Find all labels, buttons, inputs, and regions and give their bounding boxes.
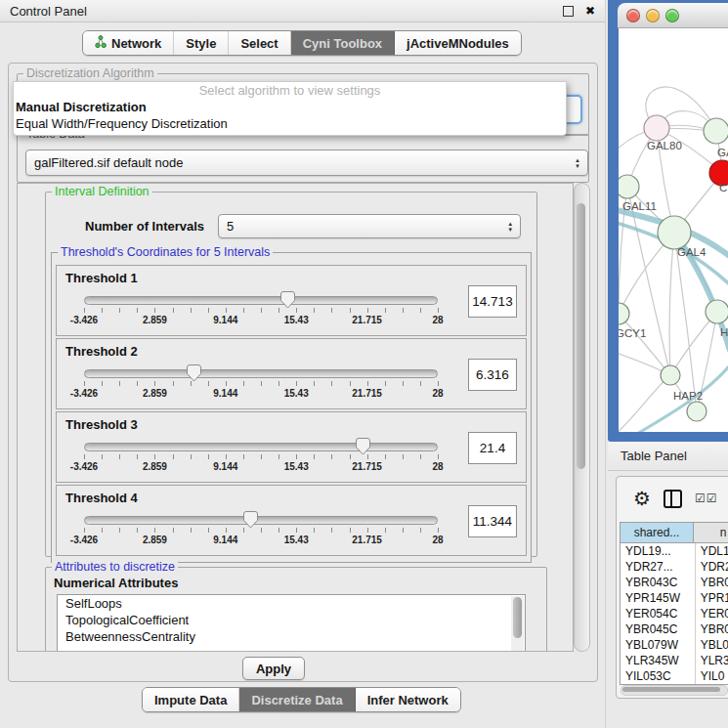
tab-impute-data[interactable]: Impute Data [143, 688, 239, 711]
tab-jactivemnodules[interactable]: jActiveMNodules [395, 31, 521, 55]
close-traffic-light[interactable] [626, 9, 640, 22]
table-row[interactable]: YER054CYER0 [621, 606, 728, 621]
network-node-green[interactable] [619, 303, 629, 324]
table-row[interactable]: YIL053CYIL0 [621, 668, 728, 684]
table-header-row: shared...n [621, 523, 728, 543]
table-cell[interactable]: YBR043C [621, 575, 696, 590]
tab-cyni-toolbox[interactable]: Cyni Toolbox [291, 31, 395, 55]
network-icon [95, 35, 107, 51]
attributes-scrollbar[interactable] [511, 596, 524, 652]
slider-thumb[interactable] [356, 438, 370, 459]
network-node-green[interactable] [661, 365, 680, 385]
attributes-to-discretize-group: Attributes to discretize Numerical Attri… [45, 567, 547, 652]
table-cell[interactable]: YLR345W [621, 653, 696, 668]
network-node-pink[interactable] [644, 115, 669, 141]
zoom-traffic-light[interactable] [665, 9, 679, 22]
table-cell[interactable]: YIL053C [621, 668, 696, 684]
tick-label: 28 [432, 315, 443, 325]
apply-button[interactable]: Apply [242, 657, 305, 680]
table-cell[interactable]: YBR045C [621, 621, 696, 637]
attribute-item-topologicalcoefficient[interactable]: TopologicalCoefficient [58, 612, 525, 628]
threshold-slider[interactable]: -3.4262.8599.14415.4321.71528 [84, 364, 438, 404]
table-cell[interactable]: YDR2 [696, 559, 728, 575]
network-node-green[interactable] [687, 402, 707, 421]
close-icon[interactable]: ✖ [585, 5, 595, 17]
network-node-green[interactable] [619, 175, 639, 198]
column-header-2[interactable]: n [694, 523, 728, 543]
network-edge[interactable] [669, 233, 674, 375]
table-cell[interactable]: YER054C [621, 606, 696, 621]
tab-discretize-data[interactable]: Discretize Data [239, 688, 355, 711]
threshold-slider[interactable]: -3.4262.8599.14415.4321.71528 [84, 438, 438, 477]
scrollbar-thumb[interactable] [513, 597, 522, 638]
node-table: shared...nYDL19...YDL1YDR27...YDR2YBR043… [620, 522, 728, 685]
network-view-window[interactable]: GAL80GACGAL11GAL4GCY1HHAP2 [608, 0, 728, 442]
table-cell[interactable]: YLR3 [696, 653, 728, 668]
threshold-slider[interactable]: -3.4262.8599.14415.4321.71528 [84, 511, 438, 550]
threshold-value-field[interactable]: 6.316 [468, 359, 517, 391]
threshold-value-field[interactable]: 21.4 [468, 432, 517, 464]
threshold-slider[interactable]: -3.4262.8599.14415.4321.71528 [84, 291, 438, 330]
tab-style[interactable]: Style [174, 31, 229, 55]
table-row[interactable]: YPR145WYPR1 [621, 590, 728, 606]
checkbox-columns-icon[interactable]: ☑☑ [695, 492, 718, 505]
threshold-value-field[interactable]: 11.344 [468, 505, 517, 537]
split-panel-icon[interactable] [664, 490, 682, 508]
table-row[interactable]: YLR345WYLR3 [621, 653, 728, 668]
attribute-item-selfloops[interactable]: SelfLoops [58, 595, 525, 612]
scrollbar-thumb[interactable] [622, 687, 720, 692]
network-node-green[interactable] [704, 118, 728, 144]
tick-label: -3.426 [70, 388, 98, 399]
table-cell[interactable]: YIL0 [696, 668, 728, 684]
table-row[interactable]: YDR27...YDR2 [621, 559, 728, 575]
network-window-titlebar[interactable] [618, 3, 728, 28]
column-header-1[interactable]: shared... [621, 523, 694, 543]
attribute-item-betweennesscentrality[interactable]: BetweennessCentrality [58, 628, 525, 645]
table-cell[interactable]: YBL079W [621, 637, 696, 653]
algorithm-option-equal-width-frequency-discretization[interactable]: Equal Width/Frequency Discretization [14, 115, 566, 132]
network-edge[interactable] [619, 375, 670, 432]
slider-track[interactable] [84, 443, 438, 451]
network-graph[interactable]: GAL80GACGAL11GAL4GCY1HHAP2 [619, 28, 728, 432]
numerical-attributes-list[interactable]: SelfLoopsTopologicalCoefficientBetweenne… [57, 594, 526, 652]
table-row[interactable]: YBR045CYBR0 [621, 621, 728, 637]
table-cell[interactable]: YDL1 [696, 543, 728, 559]
table-cell[interactable]: YPR1 [696, 590, 728, 606]
table-horizontal-scrollbar[interactable] [621, 685, 728, 696]
slider-track[interactable] [84, 369, 438, 378]
threshold-value-field[interactable]: 14.713 [468, 285, 517, 318]
table-row[interactable]: YBL079WYBL0 [621, 637, 728, 653]
threshold-coordinates-legend: Threshold's Coordinates for 5 Intervals [58, 245, 273, 259]
tab-select[interactable]: Select [229, 31, 290, 55]
float-window-icon[interactable] [563, 6, 574, 17]
combo-arrows-icon: ▲▼ [507, 221, 513, 233]
threshold-list: Threshold 1-3.4262.8599.14415.4321.71528… [56, 265, 527, 556]
table-cell[interactable]: YBL0 [696, 637, 728, 653]
tab-network[interactable]: Network [83, 31, 174, 55]
table-row[interactable]: YDL19...YDL1 [621, 543, 728, 559]
minimize-traffic-light[interactable] [646, 9, 660, 22]
algorithm-option-manual-discretization[interactable]: Manual Discretization [14, 99, 566, 115]
scrollbar-thumb[interactable] [577, 203, 585, 469]
slider-thumb[interactable] [187, 364, 201, 386]
table-cell[interactable]: YDL19... [621, 543, 696, 559]
slider-track[interactable] [84, 516, 438, 525]
table-data-select[interactable]: galFiltered.sif default node ▲▼ [25, 150, 588, 176]
network-node-green[interactable] [658, 216, 691, 249]
tab-infer-network[interactable]: Infer Network [356, 688, 460, 711]
settings-vertical-scrollbar[interactable] [574, 183, 590, 652]
slider-track[interactable] [84, 296, 438, 305]
table-cell[interactable]: YBR0 [696, 575, 728, 590]
table-cell[interactable]: YER0 [696, 606, 728, 621]
slider-thumb[interactable] [243, 511, 258, 533]
table-cell[interactable]: YDR27... [621, 559, 696, 575]
number-of-intervals-select[interactable]: 5 ▲▼ [218, 214, 521, 238]
gear-icon[interactable]: ⚙ [633, 489, 651, 508]
slider-thumb[interactable] [280, 291, 295, 313]
table-row[interactable]: YBR043CYBR0 [621, 575, 728, 590]
network-canvas[interactable]: GAL80GACGAL11GAL4GCY1HHAP2 [619, 28, 728, 432]
algorithm-hint-item: Select algorithm to view settings [14, 82, 566, 99]
network-node-green[interactable] [706, 300, 728, 323]
table-cell[interactable]: YPR145W [621, 590, 696, 606]
table-cell[interactable]: YBR0 [696, 621, 728, 637]
